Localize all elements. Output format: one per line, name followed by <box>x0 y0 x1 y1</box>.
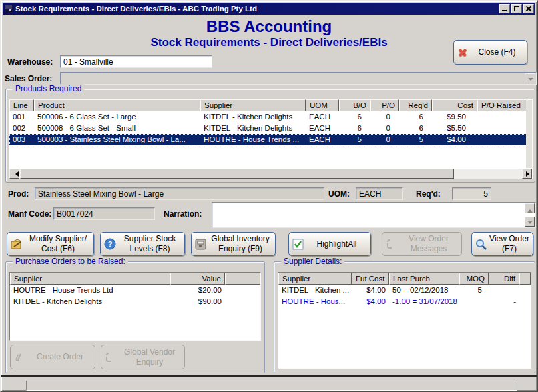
create-order-button: Create Order <box>10 345 95 369</box>
global-vendor-enquiry-button: Global Vendor Enquiry <box>101 345 185 369</box>
col-sd-diff[interactable]: Diff <box>489 273 519 285</box>
minimize-icon <box>502 10 507 11</box>
narration-label: Narration: <box>164 209 202 219</box>
maximize-icon <box>514 6 519 11</box>
scroll-thumb[interactable] <box>20 169 454 179</box>
scroll-up-icon[interactable] <box>525 203 535 213</box>
app-window: Stock Requirements - Direct Deliveries/E… <box>0 0 538 392</box>
col-cost[interactable]: Cost <box>432 99 477 111</box>
col-sd-moq[interactable]: MOQ <box>459 273 489 285</box>
modify-supplier-cost-label: Modify Supplier/ Cost (F6) <box>26 234 90 254</box>
col-sd-supplier[interactable]: Supplier <box>278 273 352 285</box>
magnifier-icon <box>475 239 487 250</box>
create-order-label: Create Order <box>29 352 91 362</box>
sales-order-value: 000202 D/D 29/08/2019 Req'd: 29/08/2019 … <box>72 83 409 85</box>
col-po[interactable]: P/O <box>370 99 399 111</box>
red-x-icon <box>457 47 468 58</box>
prod-field: Stainless Steel Mixing Bowl - Large <box>35 187 324 200</box>
supplier-details-group: Supplier Details: Supplier Fut Cost Last… <box>274 261 535 373</box>
products-required-group: Products Required Line Product Supplier … <box>5 89 535 183</box>
reqd-label: Req'd: <box>416 189 441 199</box>
warehouse-label: Warehouse: <box>7 57 53 67</box>
purchase-orders-group: Purchase Orders to be Raised: Supplier V… <box>5 261 265 373</box>
svg-text:?: ? <box>108 240 113 248</box>
col-supplier[interactable]: Supplier <box>200 99 306 111</box>
col-reqd[interactable]: Req'd <box>399 99 432 111</box>
close-window-button[interactable] <box>523 4 534 13</box>
products-required-label: Products Required <box>13 84 84 93</box>
table-row[interactable]: KITDEL - Kitchen Delights $90.00 <box>10 296 260 307</box>
warehouse-input[interactable]: 01 - Smallville <box>60 55 212 68</box>
col-product[interactable]: Product <box>34 99 200 111</box>
close-f4-label: Close (F4) <box>471 47 523 57</box>
scroll-left-icon[interactable] <box>9 169 19 179</box>
supplier-details-label: Supplier Details: <box>281 257 344 266</box>
maximize-button[interactable] <box>511 4 522 13</box>
uom-field: EACH <box>356 187 403 200</box>
horizontal-scrollbar[interactable] <box>9 169 532 179</box>
scroll-down-icon[interactable] <box>525 217 535 227</box>
view-order-messages-button: View Order Messages <box>382 232 462 256</box>
table-row[interactable]: 002 500008 - 6 Glass Set - Small KITDEL … <box>9 123 532 134</box>
checkbox-icon <box>292 239 304 250</box>
reqd-field: 5 <box>452 187 491 200</box>
col-uom[interactable]: UOM <box>306 99 339 111</box>
manf-code-label: Manf Code: <box>8 209 51 219</box>
supplier-details-header: Supplier Fut Cost Last Purch MOQ Diff <box>278 273 531 285</box>
table-row[interactable]: HOUTRE - Hous... $4.00 -1.00 = 31/07/201… <box>278 296 531 307</box>
close-f4-button[interactable]: Close (F4) <box>453 40 527 65</box>
message-icon <box>386 239 396 249</box>
scroll-right-icon[interactable] <box>522 169 532 179</box>
app-icon <box>4 4 13 13</box>
col-line[interactable]: Line <box>9 99 34 111</box>
view-order-button[interactable]: View Order (F7) <box>471 232 533 256</box>
table-row[interactable]: KITDEL - Kitchen ... $4.00 50 = 02/12/20… <box>278 285 531 296</box>
col-po-spare <box>225 273 260 285</box>
app-title: BBS Accounting <box>1 17 537 36</box>
col-bo[interactable]: B/O <box>339 99 370 111</box>
view-order-messages-label: View Order Messages <box>399 234 458 254</box>
create-order-icon <box>14 352 26 363</box>
purchase-orders-label: Purchase Orders to be Raised: <box>13 257 128 266</box>
separator-line <box>1 375 537 377</box>
purchase-orders-table: Supplier Value HOUTRE - House Trends Ltd… <box>9 272 261 341</box>
edit-note-icon <box>11 239 23 250</box>
col-po-raised[interactable]: P/O Raised <box>477 99 527 111</box>
col-sd-spare <box>519 273 531 285</box>
window-title: Stock Requirements - Direct Deliveries/E… <box>15 5 497 13</box>
col-po-supplier[interactable]: Supplier <box>10 273 170 285</box>
table-row[interactable]: HOUTRE - House Trends Ltd $20.00 <box>10 285 260 296</box>
col-sd-lastpurch[interactable]: Last Purch <box>389 273 459 285</box>
global-inventory-enquiry-label: Global Inventory Enquiry (F9) <box>209 234 272 254</box>
sales-order-combo[interactable]: 000202 D/D 29/08/2019 Req'd: 29/08/2019 … <box>60 72 537 85</box>
col-po-value[interactable]: Value <box>170 273 225 285</box>
highlight-all-button[interactable]: HighlightAll <box>288 232 371 256</box>
purchase-orders-header: Supplier Value <box>10 273 260 285</box>
minimize-button[interactable] <box>499 4 510 13</box>
table-row[interactable]: 001 500006 - 6 Glass Set - Large KITDEL … <box>9 111 532 123</box>
global-vendor-icon <box>105 352 115 363</box>
col-sd-futcost[interactable]: Fut Cost <box>352 273 389 285</box>
vertical-scroll-track[interactable] <box>526 100 532 168</box>
highlight-all-label: HighlightAll <box>306 239 367 249</box>
question-icon: ? <box>104 238 116 250</box>
supplier-stock-levels-button[interactable]: ? Supplier Stock Levels (F8) <box>100 232 185 256</box>
modify-supplier-cost-button[interactable]: Modify Supplier/ Cost (F6) <box>7 232 94 256</box>
table-row-selected[interactable]: 003 500003 - Stainless Steel Mixing Bowl… <box>9 134 532 145</box>
manf-code-field: B0017024 <box>53 207 155 220</box>
products-table: Line Product Supplier UOM B/O P/O Req'd … <box>9 99 533 179</box>
products-table-header: Line Product Supplier UOM B/O P/O Req'd … <box>9 99 532 111</box>
uom-label: UOM: <box>328 189 350 199</box>
supplier-stock-levels-label: Supplier Stock Levels (F8) <box>119 234 181 254</box>
prod-label: Prod: <box>8 189 29 199</box>
global-vendor-enquiry-label: Global Vendor Enquiry <box>118 347 181 367</box>
dropdown-arrow-icon[interactable] <box>525 73 535 83</box>
global-inventory-enquiry-button[interactable]: Global Inventory Enquiry (F9) <box>191 232 276 256</box>
status-bar <box>26 381 517 391</box>
view-order-label: View Order (F7) <box>489 234 529 254</box>
cabinet-icon <box>195 239 206 250</box>
supplier-details-table: Supplier Fut Cost Last Purch MOQ Diff KI… <box>278 272 531 369</box>
sales-order-label: Sales Order: <box>5 74 52 83</box>
narration-input[interactable] <box>212 202 536 228</box>
title-bar[interactable]: Stock Requirements - Direct Deliveries/E… <box>3 3 535 15</box>
